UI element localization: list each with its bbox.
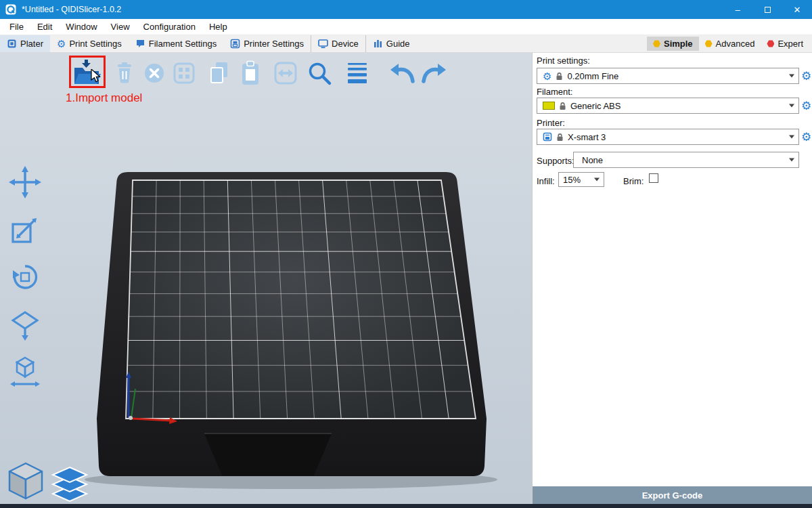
layer-editing-button[interactable] <box>342 58 372 88</box>
lock-icon <box>559 102 566 110</box>
guide-icon <box>373 39 383 49</box>
tab-plater[interactable]: Plater <box>0 35 50 52</box>
printer-gear-button[interactable]: ⚙ <box>801 131 811 143</box>
tab-print-settings[interactable]: ⚙ Print Settings <box>50 35 129 52</box>
gear-icon: ⚙ <box>543 71 551 81</box>
chevron-down-icon <box>789 75 794 78</box>
layers-preview-icon <box>50 466 89 503</box>
print-bed <box>0 53 532 508</box>
search-button[interactable] <box>304 58 334 88</box>
rotate-button[interactable] <box>5 257 45 297</box>
menu-file[interactable]: File <box>3 19 30 35</box>
tab-guide[interactable]: Guide <box>365 35 417 52</box>
supports-dropdown[interactable]: None <box>573 152 799 168</box>
scale-button[interactable] <box>5 210 45 249</box>
menu-bar: File Edit Window View Configuration Help <box>0 19 812 35</box>
export-gcode-button[interactable]: Export G-code <box>533 486 812 504</box>
maximize-button[interactable] <box>752 0 782 19</box>
redo-icon <box>420 62 449 85</box>
menu-edit[interactable]: Edit <box>30 19 59 35</box>
supports-label: Supports: <box>537 156 574 166</box>
menu-window[interactable]: Window <box>59 19 104 35</box>
mode-advanced[interactable]: Advanced <box>699 37 761 51</box>
printer-value: X-smart 3 <box>568 132 606 142</box>
chevron-down-icon <box>789 135 794 139</box>
measure-button[interactable] <box>5 352 45 391</box>
printer-label: Printer: <box>537 118 565 128</box>
minimize-button[interactable]: – <box>723 0 752 19</box>
mode-switcher: Simple Advanced Expert <box>647 35 812 52</box>
print-settings-gear-button[interactable]: ⚙ <box>801 70 811 82</box>
infill-dropdown[interactable]: 15% <box>558 172 604 187</box>
settings-sidebar: Print settings: ⚙ 0.20mm Fine ⚙ Filament… <box>532 53 812 508</box>
place-on-face-icon <box>7 307 43 342</box>
print-settings-value: 0.20mm Fine <box>567 71 618 81</box>
printer-dropdown[interactable]: X-smart 3 <box>537 129 799 145</box>
arrange-icon <box>172 61 196 85</box>
redo-button[interactable] <box>420 58 449 88</box>
close-button[interactable]: ✕ <box>782 0 812 19</box>
print-settings-dropdown[interactable]: ⚙ 0.20mm Fine <box>537 68 799 84</box>
move-icon <box>7 165 43 200</box>
filament-value: Generic ABS <box>570 101 621 111</box>
chevron-down-icon <box>789 104 794 108</box>
3d-view-icon <box>4 459 47 503</box>
plater-icon <box>7 39 17 49</box>
arrange-button[interactable] <box>169 58 199 88</box>
menu-view[interactable]: View <box>104 19 137 35</box>
tab-guide-label: Guide <box>386 39 410 49</box>
lock-icon <box>556 133 564 142</box>
menu-help[interactable]: Help <box>202 19 234 35</box>
undo-button[interactable] <box>387 58 417 88</box>
filament-color-swatch <box>543 102 555 110</box>
status-strip <box>0 504 812 508</box>
device-icon <box>318 39 328 49</box>
layers-preview-button[interactable] <box>50 466 89 505</box>
expert-mode-icon <box>767 40 774 47</box>
mode-simple[interactable]: Simple <box>647 37 699 51</box>
tab-printer-settings[interactable]: Printer Settings <box>223 35 311 52</box>
copy-button[interactable] <box>204 58 234 88</box>
chevron-down-icon <box>789 158 794 162</box>
delete-button[interactable] <box>110 58 139 88</box>
place-on-face-button[interactable] <box>5 305 45 344</box>
print-settings-label: Print settings: <box>537 56 590 66</box>
tab-filament-settings[interactable]: Filament Settings <box>129 35 223 52</box>
printer-settings-icon <box>230 39 240 49</box>
scale-icon <box>7 212 43 247</box>
delete-all-icon <box>142 61 166 85</box>
supports-value: None <box>582 155 603 165</box>
brim-label: Brim: <box>623 176 644 186</box>
infill-value: 15% <box>563 175 581 185</box>
advanced-mode-icon <box>705 40 713 47</box>
brim-checkbox[interactable] <box>649 173 658 183</box>
measure-icon <box>7 354 43 389</box>
move-button[interactable] <box>5 163 45 202</box>
tab-printer-settings-label: Printer Settings <box>244 39 304 49</box>
paste-button[interactable] <box>235 58 265 88</box>
filament-gear-button[interactable]: ⚙ <box>801 100 811 112</box>
filament-dropdown[interactable]: Generic ABS <box>537 98 799 114</box>
mode-advanced-label: Advanced <box>716 39 755 49</box>
3d-view-button[interactable] <box>4 459 47 505</box>
lock-icon <box>556 72 563 81</box>
rotate-icon <box>7 259 43 295</box>
delete-all-button[interactable] <box>139 58 169 88</box>
print-settings-icon: ⚙ <box>57 39 66 49</box>
tab-filament-settings-label: Filament Settings <box>149 39 217 49</box>
printer-icon <box>543 132 552 142</box>
tab-device[interactable]: Device <box>311 35 365 52</box>
search-icon <box>306 60 333 87</box>
undo-icon <box>388 62 416 85</box>
mode-expert[interactable]: Expert <box>761 37 809 51</box>
3d-viewport[interactable]: 1.Import model <box>0 53 532 508</box>
simple-mode-icon <box>653 40 660 47</box>
tab-device-label: Device <box>332 39 359 49</box>
split-button[interactable] <box>271 58 300 88</box>
mode-simple-label: Simple <box>664 39 693 49</box>
split-icon <box>273 60 298 86</box>
menu-configuration[interactable]: Configuration <box>137 19 202 35</box>
infill-label: Infill: <box>537 176 555 186</box>
filament-settings-icon <box>135 39 145 49</box>
tab-print-settings-label: Print Settings <box>69 39 121 49</box>
